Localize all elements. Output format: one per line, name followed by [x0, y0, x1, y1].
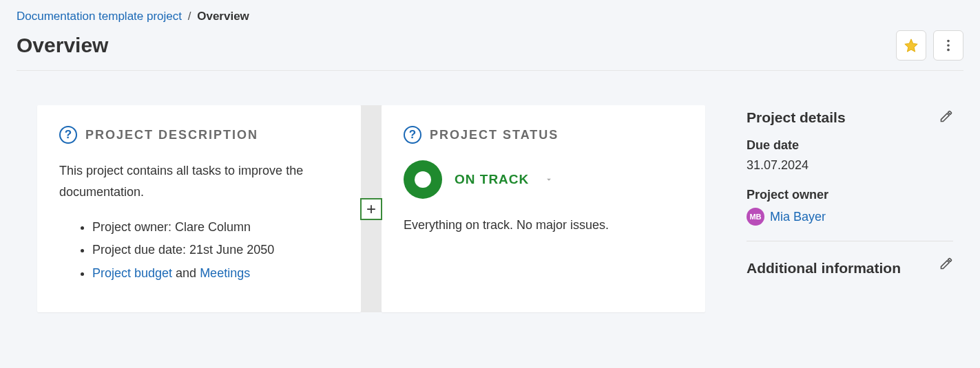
chevron-down-icon	[544, 175, 554, 184]
project-owner-label: Project owner	[747, 188, 953, 202]
project-budget-link[interactable]: Project budget	[92, 266, 172, 280]
widget-title-status: PROJECT STATUS	[430, 128, 559, 142]
favorite-button[interactable]	[896, 30, 926, 61]
due-date-value: 31.07.2024	[747, 158, 953, 173]
kebab-menu-icon	[941, 38, 956, 53]
breadcrumb-current: Overview	[197, 10, 249, 23]
list-item: Project due date: 21st June 2050	[92, 239, 339, 261]
project-status-widget: ? PROJECT STATUS ON TRACK Everything on …	[382, 105, 705, 312]
list-item: Project owner: Clare Column	[92, 216, 339, 239]
help-icon[interactable]: ?	[59, 126, 77, 144]
breadcrumb-separator: /	[188, 10, 191, 23]
avatar: MB	[747, 208, 764, 226]
description-text: This project contains all tasks to impro…	[59, 160, 339, 202]
project-details-heading: Project details	[747, 109, 846, 126]
widgets-container: ? PROJECT DESCRIPTION This project conta…	[37, 105, 705, 312]
pencil-icon	[939, 109, 953, 123]
status-label: ON TRACK	[455, 172, 529, 187]
list-item: Project budget and Meetings	[92, 262, 339, 285]
page-title: Overview	[17, 34, 108, 57]
breadcrumb: Documentation template project / Overvie…	[17, 7, 963, 23]
svg-point-0	[947, 40, 950, 43]
header-actions	[896, 30, 963, 61]
status-selector[interactable]: ON TRACK	[404, 160, 683, 199]
project-details-sidebar: Project details Due date 31.07.2024 Proj…	[747, 105, 953, 312]
star-icon	[904, 38, 919, 53]
plus-icon: +	[366, 201, 376, 217]
svg-point-1	[947, 44, 950, 47]
more-options-button[interactable]	[933, 30, 963, 61]
description-list: Project owner: Clare Column Project due …	[59, 216, 339, 285]
svg-point-2	[947, 49, 950, 52]
edit-details-button[interactable]	[939, 109, 953, 126]
widget-divider: +	[361, 105, 382, 312]
widget-title-description: PROJECT DESCRIPTION	[85, 128, 258, 142]
breadcrumb-parent-link[interactable]: Documentation template project	[17, 10, 182, 23]
status-description: Everything on track. No major issues.	[404, 218, 683, 232]
edit-additional-button[interactable]	[939, 257, 953, 273]
project-owner-link[interactable]: Mia Bayer	[770, 210, 826, 224]
pencil-icon	[939, 257, 953, 270]
meetings-link[interactable]: Meetings	[200, 266, 250, 280]
project-description-widget: ? PROJECT DESCRIPTION This project conta…	[37, 105, 361, 312]
help-icon[interactable]: ?	[404, 126, 421, 144]
status-indicator-icon	[404, 160, 442, 199]
additional-information-heading: Additional information	[747, 257, 901, 280]
due-date-label: Due date	[747, 138, 953, 153]
add-widget-button[interactable]: +	[360, 198, 382, 220]
